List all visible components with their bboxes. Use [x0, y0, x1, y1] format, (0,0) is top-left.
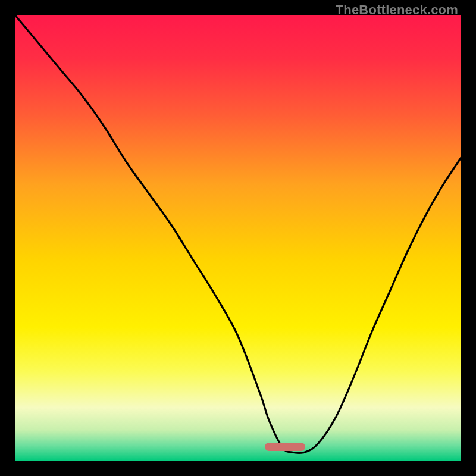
bottleneck-curve: [15, 15, 461, 461]
plot-area: [15, 15, 461, 461]
chart-frame: TheBottleneck.com: [0, 0, 476, 476]
optimal-range-marker: [265, 443, 305, 451]
